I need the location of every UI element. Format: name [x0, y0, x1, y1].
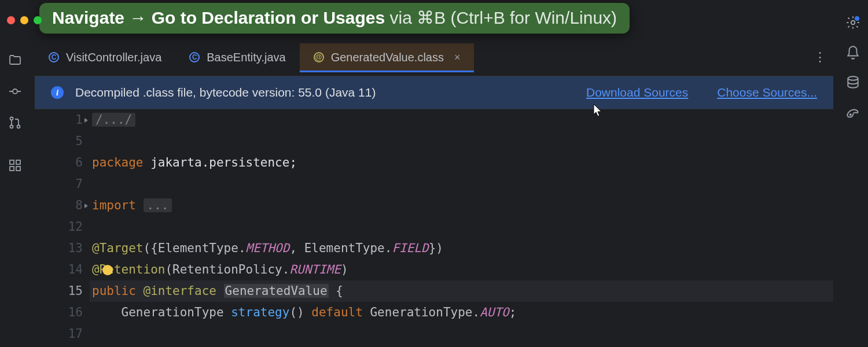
- tab-visitcontroller[interactable]: C VisitController.java: [35, 43, 175, 71]
- settings-icon[interactable]: [845, 15, 860, 30]
- pull-requests-icon[interactable]: [8, 116, 22, 130]
- line-number: 6: [35, 152, 83, 174]
- svg-point-2: [10, 125, 13, 128]
- line-number: 12: [35, 216, 83, 238]
- window-max[interactable]: [34, 16, 42, 24]
- mouse-pointer-icon: [591, 103, 604, 121]
- line-number: 16: [35, 302, 83, 323]
- svg-point-9: [848, 76, 858, 80]
- tab-overflow-menu[interactable]: ⋮: [807, 43, 833, 71]
- code-line[interactable]: /.../: [90, 109, 833, 131]
- structure-icon[interactable]: [8, 158, 22, 172]
- code-line[interactable]: GenerationType strategy() default Genera…: [90, 302, 833, 323]
- editor-tabs: C VisitController.java C BaseEntity.java…: [35, 43, 833, 71]
- tip-overlay: Navigate → Go to Declaration or Usages v…: [39, 3, 630, 34]
- left-toolbar: [0, 36, 30, 347]
- tip-action: Navigate → Go to Declaration or Usages: [52, 8, 385, 27]
- line-number: 13: [35, 238, 83, 259]
- svg-rect-5: [16, 160, 20, 164]
- svg-point-8: [851, 21, 855, 25]
- code-editor[interactable]: 15678121314151617 /.../package jakarta.p…: [35, 109, 833, 347]
- tab-label: BaseEntity.java: [207, 51, 285, 64]
- settings-badge: [855, 16, 859, 21]
- window-min[interactable]: [20, 16, 28, 24]
- code-line[interactable]: @Retention(RetentionPolicy.RUNTIME): [90, 259, 833, 280]
- code-line[interactable]: [90, 323, 833, 345]
- tab-generatedvalue[interactable]: @ GeneratedValue.class ×: [300, 43, 475, 71]
- line-number: 1: [35, 109, 83, 131]
- tip-shortcut: via ⌘B (Ctrl+B for Win/Linux): [385, 8, 617, 27]
- svg-rect-7: [16, 167, 20, 171]
- code-line[interactable]: [90, 174, 833, 195]
- database-icon[interactable]: [845, 75, 860, 90]
- banner-message: Decompiled .class file, bytecode version…: [75, 86, 376, 99]
- decompiled-banner: i Decompiled .class file, bytecode versi…: [35, 76, 833, 109]
- close-icon[interactable]: ×: [454, 51, 461, 64]
- code-line[interactable]: [90, 131, 833, 152]
- line-number: 8: [35, 195, 83, 216]
- window-controls: [7, 16, 42, 24]
- intention-bulb-icon[interactable]: [102, 265, 113, 275]
- window-close[interactable]: [7, 16, 15, 24]
- download-sources-link[interactable]: Download Sources: [586, 86, 688, 99]
- code-area[interactable]: /.../package jakarta.persistence;import …: [90, 109, 833, 347]
- code-line[interactable]: import ...: [90, 195, 833, 216]
- line-number: 7: [35, 174, 83, 195]
- gutter: 15678121314151617: [35, 109, 90, 347]
- code-line[interactable]: @Target({ElementType.METHOD, ElementType…: [90, 238, 833, 259]
- commit-icon[interactable]: [8, 84, 22, 98]
- line-number: 5: [35, 131, 83, 152]
- tab-label: VisitController.java: [66, 51, 161, 64]
- tab-label: GeneratedValue.class: [331, 51, 444, 64]
- line-number: 17: [35, 323, 83, 345]
- info-icon: i: [51, 86, 64, 99]
- line-number: 14: [35, 259, 83, 280]
- svg-point-0: [13, 89, 17, 94]
- tab-baseentity[interactable]: C BaseEntity.java: [175, 43, 299, 71]
- svg-point-3: [17, 125, 20, 128]
- annotation-file-icon: @: [314, 52, 324, 62]
- svg-point-10: [850, 114, 851, 115]
- svg-point-1: [10, 117, 13, 120]
- folder-icon[interactable]: [8, 53, 22, 67]
- choose-sources-link[interactable]: Choose Sources...: [717, 86, 817, 99]
- svg-rect-6: [10, 167, 14, 171]
- class-file-icon: C: [49, 52, 59, 62]
- svg-rect-4: [10, 160, 14, 164]
- code-line[interactable]: [90, 216, 833, 238]
- class-file-icon: C: [189, 52, 200, 62]
- right-toolbar: [838, 0, 868, 347]
- code-line[interactable]: public @interface GeneratedValue {: [90, 280, 833, 302]
- code-line[interactable]: package jakarta.persistence;: [90, 152, 833, 174]
- notifications-icon[interactable]: [845, 45, 860, 60]
- gradle-icon[interactable]: [845, 105, 860, 120]
- line-number: 15: [35, 280, 83, 302]
